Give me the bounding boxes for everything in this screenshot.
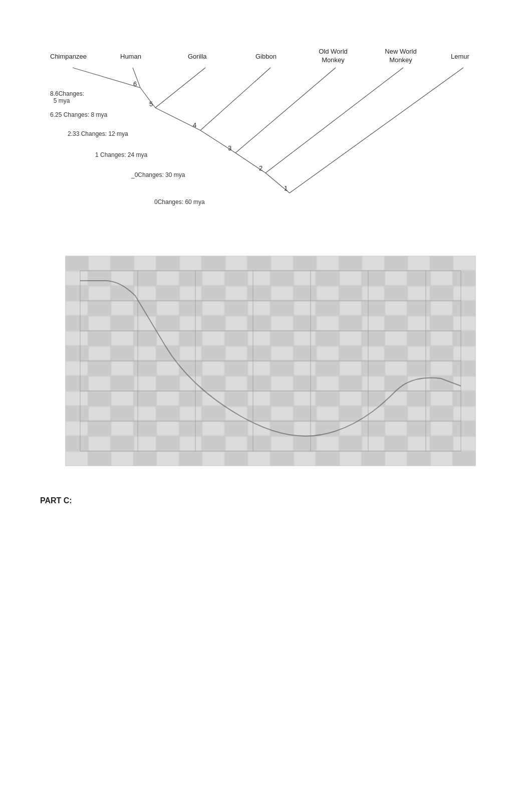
page: Chimpanzee Human Gorilla Gibbon Old Worl… bbox=[0, 0, 532, 535]
node-3: 3 bbox=[228, 144, 231, 152]
node-2: 2 bbox=[259, 164, 262, 172]
changes-label-2: 6.25 Changes: 8 mya bbox=[50, 111, 107, 118]
changes-label-3: 2.33 Changes: 12 mya bbox=[68, 130, 128, 137]
node-1: 1 bbox=[284, 184, 288, 192]
changes-label-6: 0Changes: 60 mya bbox=[154, 198, 205, 206]
part-c-label: PART C: bbox=[40, 496, 492, 505]
changes-label-5: _0Changes: 30 mya bbox=[131, 171, 185, 178]
svg-line-3 bbox=[155, 68, 205, 108]
chart-curve bbox=[65, 256, 476, 466]
node-6: 6 bbox=[133, 80, 137, 88]
svg-line-0 bbox=[73, 68, 140, 88]
svg-line-2 bbox=[140, 88, 155, 108]
changes-label-1: 8.6Changes: 5 mya bbox=[50, 90, 84, 104]
node-4: 4 bbox=[193, 121, 196, 129]
svg-line-9 bbox=[265, 68, 403, 173]
grid-chart bbox=[65, 256, 476, 466]
svg-line-7 bbox=[235, 68, 336, 153]
phylogenetic-tree: Chimpanzee Human Gorilla Gibbon Old Worl… bbox=[40, 30, 491, 241]
svg-line-5 bbox=[200, 68, 271, 130]
node-5: 5 bbox=[149, 100, 153, 108]
changes-label-4: 1 Changes: 24 mya bbox=[95, 151, 147, 158]
svg-line-11 bbox=[290, 68, 463, 193]
